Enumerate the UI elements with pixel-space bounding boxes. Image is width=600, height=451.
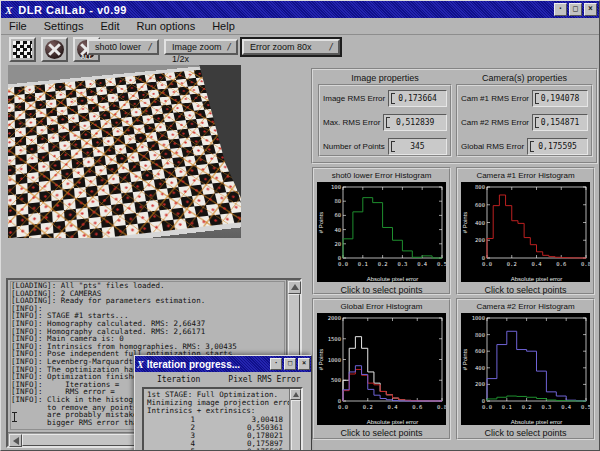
property-value-field[interactable]: 0,175595	[527, 138, 588, 155]
svg-text:0.0: 0.0	[482, 404, 492, 410]
text-cursor-icon	[535, 93, 539, 104]
property-value: 0,154871	[541, 118, 580, 127]
window-title: DLR CalLab - v0.99	[18, 4, 127, 16]
property-value-field[interactable]: 345	[388, 138, 447, 155]
property-row: Global RMS Error 0,175595	[458, 134, 591, 158]
dialog-titlebar[interactable]: X Iteration progress... · □ ×	[135, 356, 311, 372]
column-pixel-rms-error: Pixel RMS Error	[228, 375, 300, 384]
arrow-left-icon	[13, 437, 19, 445]
svg-text:800: 800	[475, 184, 485, 190]
svg-text:0.2: 0.2	[507, 261, 517, 267]
svg-text:0.5: 0.5	[581, 404, 590, 410]
svg-text:500: 500	[331, 377, 341, 383]
menu-item[interactable]: Edit	[100, 20, 119, 32]
column-iteration: Iteration	[157, 375, 200, 384]
histogram-plot[interactable]: 0.00.10.20.30.40.502004006008001000Absol…	[461, 313, 590, 425]
text-cursor-icon	[530, 141, 534, 152]
svg-text:200: 200	[475, 381, 485, 387]
text-cursor-icon	[535, 117, 539, 128]
histogram-title: Camera #1 Error Histogram	[458, 169, 593, 182]
property-label: Number of Points	[323, 142, 388, 151]
histogram-plot[interactable]: 0.00.10.20.30.40.5020406080100Absolute p…	[317, 182, 446, 282]
iteration-number: 4	[147, 440, 195, 448]
histogram-plot[interactable]: 0.00.20.40.60.80500100015002000Absolute …	[317, 313, 446, 425]
svg-text:0: 0	[338, 398, 341, 404]
menu-item[interactable]: Run options	[136, 20, 195, 32]
svg-text:200: 200	[475, 237, 485, 243]
iteration-list-content: 1st STAGE: Full Optimization.Minimizing …	[147, 391, 288, 451]
iteration-list[interactable]: 1st STAGE: Full Optimization.Minimizing …	[142, 387, 303, 451]
camera-x-icon	[45, 40, 64, 59]
text-cursor-icon	[12, 412, 17, 422]
maximize-button[interactable]: □	[569, 3, 582, 16]
app-window: X DLR CalLab - v0.99 · □ × FileSettingsE…	[0, 0, 600, 451]
property-value-field[interactable]: 0,512839	[383, 114, 447, 131]
dialog-maximize-button[interactable]: □	[284, 358, 296, 370]
scroll-up-button[interactable]	[288, 281, 301, 294]
svg-text:400: 400	[475, 365, 485, 371]
svg-text:0.0: 0.0	[482, 261, 492, 267]
svg-text:0.2: 0.2	[363, 404, 373, 410]
svg-text:# Points: # Points	[318, 349, 324, 371]
shot-select[interactable]: shot0 lower	[87, 39, 159, 55]
text-cursor-icon	[386, 117, 390, 128]
histogram-plot[interactable]: 0.00.20.40.60.80200400600800Absolute pix…	[461, 182, 590, 282]
dialog-column-headers: Iteration Pixel RMS Error	[135, 372, 311, 386]
histogram-caption: Click to select points	[314, 425, 449, 440]
svg-text:0.1: 0.1	[502, 404, 512, 410]
svg-text:0.6: 0.6	[556, 261, 566, 267]
svg-text:0: 0	[482, 255, 485, 261]
svg-text:20: 20	[334, 241, 341, 247]
property-value-field[interactable]: 0,173664	[388, 90, 447, 107]
histogram-chart-camera2: 0.00.10.20.30.40.502004006008001000Absol…	[461, 313, 590, 425]
svg-text:0: 0	[338, 255, 341, 261]
error-zoom-select[interactable]: Error zoom 80x	[242, 39, 340, 55]
dialog-controls: · □ ×	[270, 358, 310, 370]
histogram-caption: Click to select points	[314, 282, 449, 297]
svg-text:1000: 1000	[472, 315, 485, 321]
text-cursor-icon	[391, 141, 395, 152]
property-row: Max. RMS Error 0,512839	[320, 110, 450, 134]
menu-item[interactable]: Help	[212, 20, 235, 32]
menu-item[interactable]: File	[9, 20, 27, 32]
titlebar[interactable]: X DLR CalLab - v0.99 · □ ×	[1, 1, 599, 18]
histogram-title: Camera #2 Error Histogram	[458, 300, 593, 313]
svg-text:0.5: 0.5	[437, 261, 446, 267]
property-value: 0,175595	[538, 142, 577, 151]
histogram-panel-camera2: Camera #2 Error Histogram 0.00.10.20.30.…	[456, 298, 595, 440]
dialog-minimize-button[interactable]: ·	[270, 358, 282, 370]
scroll-up-button[interactable]	[290, 389, 301, 400]
property-value-field[interactable]: 0,154871	[532, 114, 588, 131]
dialog-scroll-thumb[interactable]	[291, 400, 301, 451]
histogram-caption: Click to select points	[458, 425, 593, 440]
delete-point-button[interactable]	[41, 37, 68, 62]
close-button[interactable]: ×	[584, 3, 597, 16]
svg-text:1500: 1500	[328, 336, 341, 342]
svg-text:0.0: 0.0	[338, 261, 348, 267]
property-value-field[interactable]: 0,194078	[532, 90, 588, 107]
image-zoom-select[interactable]: Image zoom 1/2x	[164, 39, 238, 55]
property-label: Cam #1 RMS Error	[461, 94, 532, 103]
scroll-left-button[interactable]	[9, 434, 22, 447]
dialog-title: Iteration progress...	[147, 359, 240, 370]
dialog-scrollbar[interactable]	[289, 389, 301, 451]
menu-item[interactable]: Settings	[44, 20, 84, 32]
property-value: 0,194078	[541, 94, 580, 103]
svg-text:0.6: 0.6	[412, 404, 422, 410]
property-row: Cam #2 RMS Error 0,154871	[458, 110, 591, 134]
histogram-panel-global: Global Error Histogram 0.00.20.40.60.805…	[312, 298, 451, 440]
dialog-close-button[interactable]: ×	[298, 358, 310, 370]
svg-text:# Points: # Points	[318, 212, 324, 234]
svg-text:600: 600	[475, 348, 485, 354]
calibration-image-view[interactable]	[8, 65, 241, 238]
checkerboard-photo	[8, 65, 241, 238]
x11-logo-icon: X	[137, 359, 144, 370]
property-label: Image RMS Error	[323, 94, 388, 103]
toolbar: ALL shot0 lower Image zoom 1/2x Error zo…	[1, 36, 599, 63]
calibration-target-button[interactable]	[9, 37, 36, 62]
minimize-button[interactable]: ·	[554, 3, 567, 16]
svg-text:100: 100	[331, 184, 341, 190]
svg-text:0: 0	[482, 398, 485, 404]
iteration-progress-dialog: X Iteration progress... · □ × Iteration …	[134, 355, 312, 451]
svg-text:0.4: 0.4	[532, 261, 543, 267]
